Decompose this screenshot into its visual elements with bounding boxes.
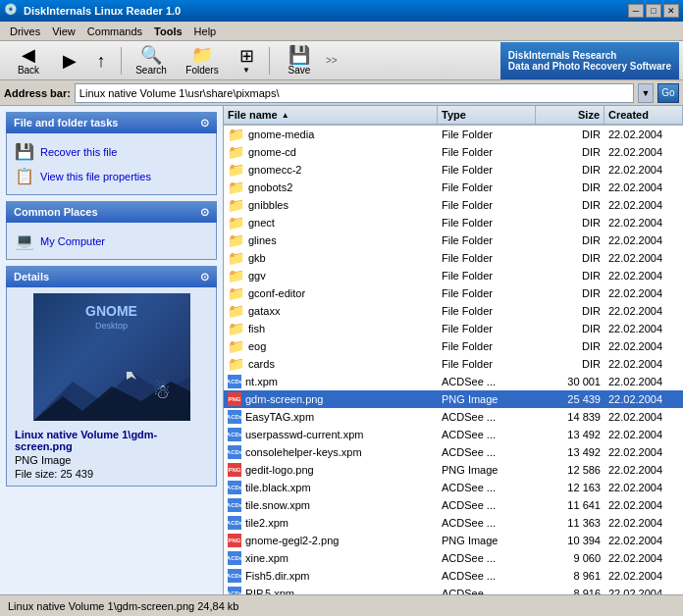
cell-name: ACDs RIP.5.xpm — [224, 585, 438, 594]
menu-view[interactable]: View — [46, 24, 81, 39]
cell-name: 📁 eog — [224, 337, 438, 355]
cell-name: 📁 gataxx — [224, 302, 438, 320]
table-row[interactable]: 📁 gnobots2 File Folder DIR 22.02.2004 — [224, 179, 683, 196]
preview-subtitle: Desktop — [95, 321, 128, 331]
search-icon: 🔍 — [140, 46, 162, 64]
cell-created: 22.02.2004 — [604, 337, 683, 355]
menu-tools[interactable]: Tools — [148, 24, 188, 39]
table-row[interactable]: 📁 gnect File Folder DIR 22.02.2004 — [224, 214, 683, 231]
table-row[interactable]: PNG gnome-gegl2-2.png PNG Image 10 394 2… — [224, 532, 683, 549]
table-row[interactable]: 📁 eog File Folder DIR 22.02.2004 — [224, 337, 683, 355]
table-row[interactable]: 📁 gataxx File Folder DIR 22.02.2004 — [224, 302, 683, 320]
cell-type: ACDSee ... — [438, 549, 536, 567]
cell-size: DIR — [536, 143, 604, 161]
recover-link[interactable]: 💾 Recover this file — [15, 139, 208, 164]
folders-button[interactable]: 📁 Folders — [178, 44, 227, 77]
table-row[interactable]: 📁 gnibbles File Folder DIR 22.02.2004 — [224, 196, 683, 214]
folder-icon: 📁 — [228, 127, 244, 142]
file-name: nt.xpm — [245, 376, 278, 387]
table-row[interactable]: 📁 gnomecc-2 File Folder DIR 22.02.2004 — [224, 161, 683, 179]
menu-help[interactable]: Help — [188, 24, 223, 39]
file-name: gnome-media — [248, 128, 314, 140]
table-row[interactable]: ACDs tile.black.xpm ACDSee ... 12 163 22… — [224, 479, 683, 496]
col-header-created[interactable]: Created — [604, 106, 683, 124]
menu-drives[interactable]: Drives — [4, 24, 46, 39]
places-section: Common Places ⊙ 💻 My Computer — [6, 201, 217, 260]
details-section: Details ⊙ GNOME Desktop ☃ — [6, 266, 217, 487]
properties-link[interactable]: 📋 View this file properties — [15, 164, 208, 188]
places-header[interactable]: Common Places ⊙ — [6, 201, 217, 223]
cell-name: 📁 gnome-cd — [224, 143, 438, 161]
table-row[interactable]: 📁 gnome-cd File Folder DIR 22.02.2004 — [224, 143, 683, 161]
table-row[interactable]: 📁 gnome-media File Folder DIR 22.02.2004 — [224, 126, 683, 143]
cell-size: 12 163 — [536, 479, 604, 496]
address-bar: Address bar: ▼ Go — [0, 80, 683, 106]
table-row[interactable]: ACDs consolehelper-keys.xpm ACDSee ... 1… — [224, 443, 683, 461]
folder-icon: 📁 — [228, 162, 244, 178]
cell-type: PNG Image — [438, 532, 536, 549]
toolbar-expand[interactable]: >> — [326, 55, 338, 66]
table-row[interactable]: ACDs tile2.xpm ACDSee ... 11 363 22.02.2… — [224, 514, 683, 532]
acds-icon: ACDs — [228, 445, 241, 459]
details-collapse-icon[interactable]: ⊙ — [200, 271, 209, 283]
minimize-button[interactable]: ─ — [628, 4, 644, 18]
acds-icon: ACDs — [228, 569, 241, 583]
table-row[interactable]: 📁 cards File Folder DIR 22.02.2004 — [224, 355, 683, 373]
cell-type: File Folder — [438, 249, 536, 267]
tasks-collapse-icon[interactable]: ⊙ — [200, 117, 209, 129]
view-button[interactable]: ⊞ ▼ — [229, 44, 264, 77]
file-name: tile2.xpm — [245, 517, 289, 529]
folder-icon: 📁 — [228, 303, 244, 319]
table-row[interactable]: 📁 gkb File Folder DIR 22.02.2004 — [224, 249, 683, 267]
back-button[interactable]: ◀ Back — [4, 44, 53, 77]
address-input[interactable] — [75, 83, 634, 103]
table-row[interactable]: ACDs tile.snow.xpm ACDSee ... 11 641 22.… — [224, 496, 683, 514]
table-row[interactable]: 📁 glines File Folder DIR 22.02.2004 — [224, 231, 683, 249]
table-row[interactable]: ACDs nt.xpm ACDSee ... 30 001 22.02.2004 — [224, 373, 683, 390]
cell-size: DIR — [536, 249, 604, 267]
file-list-body[interactable]: 📁 gnome-media File Folder DIR 22.02.2004… — [224, 126, 683, 594]
table-row[interactable]: PNG gedit-logo.png PNG Image 12 586 22.0… — [224, 461, 683, 479]
recover-icon: 💾 — [15, 142, 34, 161]
col-header-type[interactable]: Type — [438, 106, 536, 124]
save-button[interactable]: 💾 Save — [275, 44, 324, 77]
cell-name: 📁 gnect — [224, 214, 438, 231]
table-row[interactable]: 📁 ggv File Folder DIR 22.02.2004 — [224, 267, 683, 284]
maximize-button[interactable]: □ — [646, 4, 661, 18]
places-collapse-icon[interactable]: ⊙ — [200, 206, 209, 219]
my-computer-link[interactable]: 💻 My Computer — [15, 229, 208, 253]
cell-type: ACDSee ... — [438, 585, 536, 594]
search-button[interactable]: 🔍 Search — [127, 44, 176, 77]
cell-created: 22.02.2004 — [604, 443, 683, 461]
tasks-header[interactable]: File and folder tasks ⊙ — [6, 112, 217, 133]
acds-icon: ACDs — [228, 481, 241, 494]
folder-icon: 📁 — [228, 197, 244, 213]
col-header-size[interactable]: Size — [536, 106, 604, 124]
table-row[interactable]: ACDs Fish5.dir.xpm ACDSee ... 8 961 22.0… — [224, 567, 683, 585]
tasks-body: 💾 Recover this file 📋 View this file pro… — [6, 133, 217, 195]
close-button[interactable]: ✕ — [663, 4, 679, 18]
cell-type: File Folder — [438, 284, 536, 302]
table-row[interactable]: ACDs RIP.5.xpm ACDSee ... 8 916 22.02.20… — [224, 585, 683, 594]
file-name: EasyTAG.xpm — [245, 411, 314, 423]
table-row[interactable]: ACDs xine.xpm ACDSee ... 9 060 22.02.200… — [224, 549, 683, 567]
col-header-name[interactable]: File name ▲ — [224, 106, 438, 124]
cell-name: ACDs nt.xpm — [224, 373, 438, 390]
table-row[interactable]: ACDs EasyTAG.xpm ACDSee ... 14 839 22.02… — [224, 408, 683, 426]
table-row[interactable]: 📁 gconf-editor File Folder DIR 22.02.200… — [224, 284, 683, 302]
table-row[interactable]: PNG gdm-screen.png PNG Image 25 439 22.0… — [224, 390, 683, 408]
table-row[interactable]: ACDs userpasswd-current.xpm ACDSee ... 1… — [224, 426, 683, 443]
cell-created: 22.02.2004 — [604, 532, 683, 549]
up-button[interactable]: ↑ — [86, 44, 116, 77]
my-computer-label: My Computer — [40, 235, 105, 247]
gnome-character: ☃ — [153, 380, 171, 403]
table-row[interactable]: 📁 fish File Folder DIR 22.02.2004 — [224, 320, 683, 337]
forward-button[interactable]: ▶ — [55, 44, 84, 77]
menu-commands[interactable]: Commands — [81, 24, 148, 39]
address-dropdown[interactable]: ▼ — [638, 83, 654, 103]
title-bar-text: DiskInternals Linux Reader 1.0 — [24, 5, 628, 17]
go-button[interactable]: Go — [657, 83, 679, 103]
name-sort-icon: ▲ — [282, 111, 289, 120]
cell-created: 22.02.2004 — [604, 461, 683, 479]
details-header[interactable]: Details ⊙ — [6, 266, 217, 287]
